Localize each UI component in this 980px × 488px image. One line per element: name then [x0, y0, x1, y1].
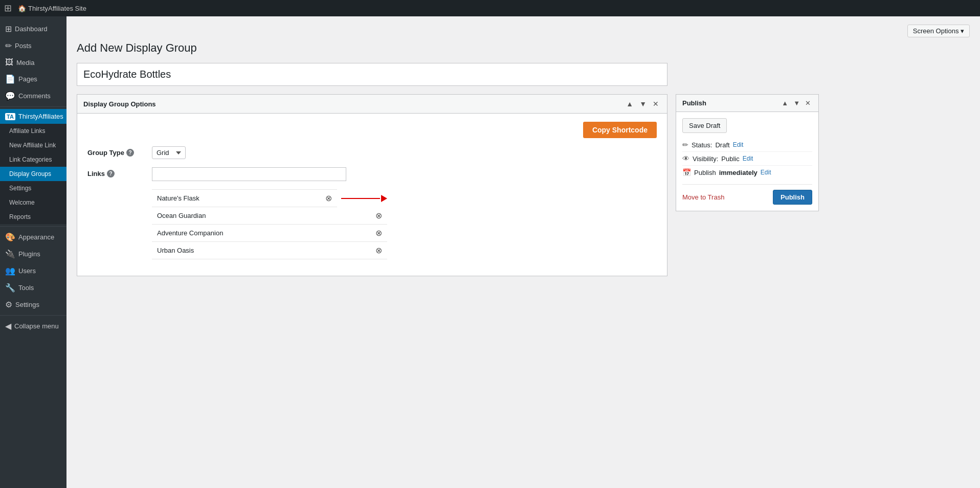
move-to-trash-link[interactable]: Move to Trash — [682, 193, 724, 201]
sidebar-item-label: Settings — [15, 301, 39, 308]
group-type-select[interactable]: Grid List Table — [152, 146, 186, 159]
panel-collapse-up-button[interactable]: ▲ — [624, 99, 635, 109]
link-item-row-1: Nature's Flask ⊗ — [152, 189, 387, 207]
publish-box-controls: ▲ ▼ ✕ — [780, 99, 812, 107]
sidebar-item-label: Media — [16, 59, 34, 66]
link-item-4: Urban Oasis ⊗ — [152, 242, 387, 259]
status-label: Status: — [692, 141, 712, 149]
visibility-label: Visibility: — [693, 155, 718, 163]
sidebar-item-dashboard[interactable]: ⊞ Dashboard — [0, 20, 66, 37]
publish-box-collapse-up-button[interactable]: ▲ — [780, 99, 790, 107]
submenu-new-affiliate-link[interactable]: New Affiliate Link — [0, 138, 66, 152]
save-draft-button[interactable]: Save Draft — [682, 118, 727, 133]
copy-shortcode-button[interactable]: Copy Shortcode — [583, 122, 657, 138]
red-arrow-icon — [341, 193, 387, 204]
sidebar-item-users[interactable]: 👥 Users — [0, 262, 66, 279]
submenu-settings[interactable]: Settings — [0, 181, 66, 195]
link-item-1: Nature's Flask ⊗ — [152, 189, 337, 207]
ta-submenu: Affiliate Links New Affiliate Link Link … — [0, 124, 66, 224]
links-field: Nature's Flask ⊗ — [152, 167, 657, 259]
link-item-2-remove-button[interactable]: ⊗ — [375, 211, 382, 220]
panel-close-button[interactable]: ✕ — [651, 99, 661, 109]
link-item-4-remove-button[interactable]: ⊗ — [375, 246, 382, 255]
publish-meta: ✏ Status: Draft Edit 👁 Visibility: Publi… — [682, 138, 812, 179]
status-edit-link[interactable]: Edit — [733, 141, 744, 148]
link-item-3-remove-button[interactable]: ⊗ — [375, 228, 382, 238]
submenu-affiliate-links[interactable]: Affiliate Links — [0, 124, 66, 138]
title-input[interactable] — [77, 63, 667, 86]
sidebar-item-collapse[interactable]: ◀ Collapse menu — [0, 318, 66, 335]
main-content: Screen Options ▾ Add New Display Group D… — [66, 16, 980, 488]
links-help-icon[interactable]: ? — [107, 170, 115, 178]
pages-icon: 📄 — [5, 74, 15, 84]
appearance-icon: 🎨 — [5, 232, 15, 242]
link-item-4-name: Urban Oasis — [157, 247, 194, 254]
remove-icon-2: ⊗ — [375, 211, 382, 220]
submenu-welcome-label: Welcome — [9, 199, 35, 206]
sidebar-item-label: Posts — [15, 42, 32, 50]
links-list-with-annotation: Nature's Flask ⊗ — [152, 185, 657, 259]
publish-box-collapse-down-button[interactable]: ▼ — [792, 99, 801, 107]
media-icon: 🖼 — [5, 58, 13, 67]
submenu-new-affiliate-link-label: New Affiliate Link — [9, 142, 56, 149]
panel-controls: ▲ ▼ ✕ — [624, 99, 661, 109]
sidebar-item-comments[interactable]: 💬 Comments — [0, 87, 66, 104]
links-row: Links ? Nature's — [87, 167, 657, 259]
admin-bar-site[interactable]: 🏠 ThirstyAffiliates Site — [18, 5, 86, 12]
remove-icon-4: ⊗ — [375, 246, 382, 255]
publish-label: Publish — [694, 169, 716, 176]
submenu-display-groups[interactable]: Display Groups — [0, 167, 66, 181]
sidebar-item-plugins[interactable]: 🔌 Plugins — [0, 246, 66, 262]
settings-icon: ⚙ — [5, 300, 12, 309]
submenu-reports[interactable]: Reports — [0, 210, 66, 224]
admin-bar-site-link[interactable]: ThirstyAffiliates Site — [28, 5, 86, 12]
publish-button[interactable]: Publish — [773, 190, 812, 205]
group-type-row: Group Type ? Grid List Table — [87, 146, 657, 159]
group-type-help-icon[interactable]: ? — [126, 149, 134, 157]
sidebar-item-label: ThirstyAffiliates — [18, 113, 63, 120]
link-item-2: Ocean Guardian ⊗ — [152, 207, 387, 225]
remove-icon-3: ⊗ — [375, 228, 382, 238]
publish-box-close-button[interactable]: ✕ — [804, 99, 812, 107]
link-items-list: Nature's Flask ⊗ — [152, 189, 387, 259]
publish-box-header: Publish ▲ ▼ ✕ — [676, 95, 818, 112]
publish-metabox: Publish ▲ ▼ ✕ Save Draft ✏ Status: Draft — [676, 94, 819, 211]
sidebar-item-label: Collapse menu — [14, 322, 59, 330]
sidebar-item-posts[interactable]: ✏ Posts — [0, 37, 66, 54]
sidebar-item-media[interactable]: 🖼 Media — [0, 54, 66, 71]
red-arrow-annotation — [341, 193, 387, 204]
panel-title: Display Group Options — [83, 100, 156, 108]
sidebar-item-thirstyaffiliates[interactable]: TA ThirstyAffiliates — [0, 109, 66, 124]
sidebar-item-settings[interactable]: ⚙ Settings — [0, 296, 66, 313]
publish-schedule-edit-link[interactable]: Edit — [761, 169, 771, 176]
sidebar-item-label: Users — [18, 267, 36, 275]
group-type-field: Grid List Table — [152, 146, 657, 159]
sidebar-item-label: Comments — [18, 92, 51, 100]
sidebar-item-tools[interactable]: 🔧 Tools — [0, 279, 66, 296]
remove-icon-1: ⊗ — [325, 193, 332, 203]
link-item-1-remove-button[interactable]: ⊗ — [325, 193, 332, 203]
submenu-link-categories[interactable]: Link Categories — [0, 152, 66, 167]
sidebar-item-label: Dashboard — [15, 25, 48, 33]
links-search-input[interactable] — [152, 167, 346, 181]
submenu-welcome[interactable]: Welcome — [0, 195, 66, 210]
submenu-reports-label: Reports — [9, 213, 31, 220]
panel-collapse-down-button[interactable]: ▼ — [637, 99, 649, 109]
publish-box-title: Publish — [682, 99, 706, 107]
sidebar-item-label: Tools — [18, 284, 34, 292]
wp-layout: ⊞ Dashboard ✏ Posts 🖼 Media 📄 Pages 💬 Co… — [0, 0, 980, 488]
submenu-display-groups-label: Display Groups — [9, 170, 51, 178]
publish-status-row: ✏ Status: Draft Edit — [682, 138, 812, 151]
status-pencil-icon: ✏ — [682, 141, 688, 149]
screen-options-bar: Screen Options ▾ — [77, 25, 970, 37]
link-item-1-name: Nature's Flask — [157, 194, 199, 202]
visibility-edit-link[interactable]: Edit — [743, 155, 753, 162]
plugins-icon: 🔌 — [5, 249, 15, 259]
link-item-3: Adventure Companion ⊗ — [152, 225, 387, 242]
screen-options-button[interactable]: Screen Options ▾ — [907, 25, 970, 37]
submenu-link-categories-label: Link Categories — [9, 156, 52, 163]
sidebar-divider-3 — [0, 315, 66, 316]
dashboard-icon: ⊞ — [5, 24, 12, 34]
sidebar-item-pages[interactable]: 📄 Pages — [0, 71, 66, 87]
sidebar-item-appearance[interactable]: 🎨 Appearance — [0, 229, 66, 246]
